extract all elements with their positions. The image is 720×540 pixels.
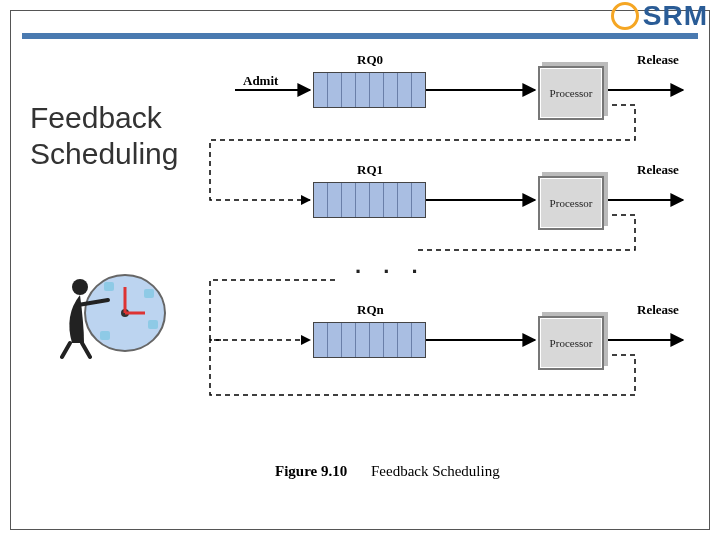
release-label-0: Release (637, 52, 679, 68)
clock-person-clipart (60, 265, 170, 360)
figure-number: Figure 9.10 (275, 463, 347, 479)
ready-queue-1 (313, 182, 426, 218)
processor-n: Processor (538, 316, 604, 370)
feedback-scheduling-diagram: Admit RQ0 Processor Release RQ1 Processo… (205, 55, 705, 465)
figure-title: Feedback Scheduling (371, 463, 500, 479)
diagram-connectors (205, 55, 705, 465)
title-line-2: Scheduling (30, 136, 178, 172)
logo-ring-icon (611, 2, 639, 30)
queue-label-1: RQ1 (357, 162, 383, 178)
release-label-1: Release (637, 162, 679, 178)
release-label-n: Release (637, 302, 679, 318)
svg-rect-7 (100, 331, 110, 340)
queue-label-n: RQn (357, 302, 384, 318)
processor-1: Processor (538, 176, 604, 230)
processor-0: Processor (538, 66, 604, 120)
admit-label: Admit (243, 73, 278, 89)
svg-rect-4 (104, 282, 114, 291)
title-divider (22, 33, 698, 39)
svg-rect-6 (148, 320, 158, 329)
svg-point-8 (72, 279, 88, 295)
svg-rect-5 (144, 289, 154, 298)
brand-logo: SRM (611, 0, 708, 32)
ellipsis-icon: . . . (355, 253, 426, 279)
logo-text: SRM (643, 0, 708, 32)
page-title: Feedback Scheduling (30, 100, 178, 172)
title-line-1: Feedback (30, 100, 178, 136)
queue-label-0: RQ0 (357, 52, 383, 68)
figure-caption: Figure 9.10 Feedback Scheduling (275, 463, 500, 480)
ready-queue-0 (313, 72, 426, 108)
ready-queue-n (313, 322, 426, 358)
